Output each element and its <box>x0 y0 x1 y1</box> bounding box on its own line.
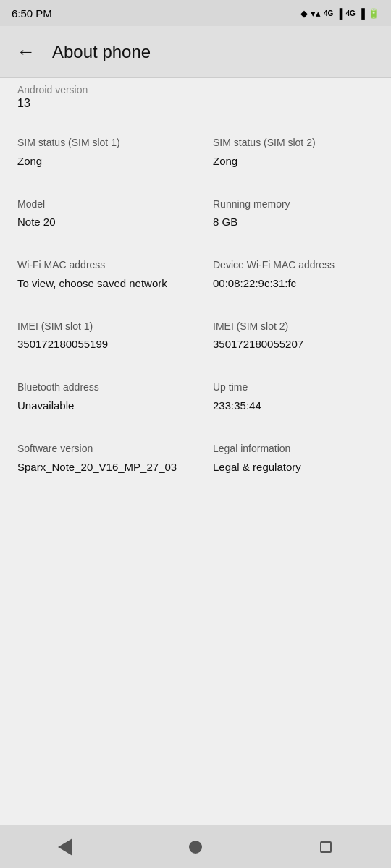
info-cell-11[interactable]: Legal informationLegal & regulatory <box>196 425 391 486</box>
info-label-8: Bluetooth address <box>17 380 178 395</box>
info-label-9: Up time <box>213 380 374 395</box>
info-grid: SIM status (SIM slot 1)ZongSIM status (S… <box>0 119 391 486</box>
info-cell-9[interactable]: Up time233:35:44 <box>196 363 391 425</box>
wifi-icon: ▾▴ <box>311 8 321 19</box>
signal-icon: ◆ <box>300 8 308 19</box>
info-cell-4[interactable]: Wi-Fi MAC addressTo view, choose saved n… <box>0 241 196 302</box>
nav-back-icon <box>58 838 72 856</box>
info-value-8: Unavailable <box>17 398 178 413</box>
info-value-5: 00:08:22:9c:31:fc <box>213 276 374 291</box>
info-label-3: Running memory <box>213 197 374 212</box>
android-version-value: 13 <box>17 95 374 116</box>
info-label-10: Software version <box>17 442 178 456</box>
info-cell-7[interactable]: IMEI (SIM slot 2)350172180055207 <box>196 302 391 364</box>
info-label-4: Wi-Fi MAC address <box>17 258 178 273</box>
info-value-1: Zong <box>213 153 374 169</box>
info-value-9: 233:35:44 <box>213 398 374 413</box>
info-value-0: Zong <box>17 153 178 169</box>
status-icons: ◆ ▾▴ 4G ▐ 4G ▐ 🔋 <box>300 8 379 19</box>
status-bar: 6:50 PM ◆ ▾▴ 4G ▐ 4G ▐ 🔋 <box>0 0 391 26</box>
info-cell-1[interactable]: SIM status (SIM slot 2)Zong <box>196 119 391 180</box>
status-time: 6:50 PM <box>12 7 52 20</box>
app-bar: ← About phone <box>0 26 391 78</box>
bottom-navigation <box>0 825 391 868</box>
info-label-5: Device Wi-Fi MAC address <box>213 258 374 273</box>
info-label-2: Model <box>17 197 178 212</box>
back-button[interactable]: ← <box>12 38 41 67</box>
info-label-6: IMEI (SIM slot 1) <box>17 320 178 334</box>
info-value-2: Note 20 <box>17 214 178 229</box>
nav-home-button[interactable] <box>174 833 217 861</box>
info-cell-3[interactable]: Running memory8 GB <box>196 180 391 242</box>
4g-icon1: 4G <box>324 9 333 17</box>
info-cell-10[interactable]: Software versionSparx_Note_20_V16_MP_27_… <box>0 425 196 486</box>
info-label-0: SIM status (SIM slot 1) <box>17 136 178 150</box>
android-version-item: Android version 13 <box>0 78 391 119</box>
info-label-7: IMEI (SIM slot 2) <box>213 320 374 334</box>
info-cell-8[interactable]: Bluetooth addressUnavailable <box>0 363 196 425</box>
info-cell-5[interactable]: Device Wi-Fi MAC address00:08:22:9c:31:f… <box>196 241 391 302</box>
4g-icon2: 4G <box>345 9 355 17</box>
info-value-11: Legal & regulatory <box>213 459 374 475</box>
page-title: About phone <box>52 42 151 62</box>
nav-back-button[interactable] <box>43 833 87 861</box>
info-cell-0[interactable]: SIM status (SIM slot 1)Zong <box>0 119 196 180</box>
info-value-10: Sparx_Note_20_V16_MP_27_03 <box>17 459 178 475</box>
back-arrow-icon: ← <box>17 41 35 63</box>
battery-icon: 🔋 <box>368 8 379 19</box>
nav-recent-button[interactable] <box>304 833 348 861</box>
info-value-4: To view, choose saved network <box>17 276 178 291</box>
info-value-6: 350172180055199 <box>17 336 178 352</box>
info-value-3: 8 GB <box>213 214 374 229</box>
info-label-11: Legal information <box>213 442 374 456</box>
signal-strength-icon: ▐ <box>336 8 342 19</box>
info-value-7: 350172180055207 <box>213 336 374 352</box>
info-cell-6[interactable]: IMEI (SIM slot 1)350172180055199 <box>0 302 196 364</box>
info-label-1: SIM status (SIM slot 2) <box>213 136 374 150</box>
nav-recent-icon <box>320 841 332 853</box>
nav-home-icon <box>189 841 202 854</box>
signal-strength2-icon: ▐ <box>358 8 365 19</box>
content-area: Android version 13 SIM status (SIM slot … <box>0 78 391 825</box>
android-version-label: Android version <box>17 84 374 95</box>
info-cell-2[interactable]: ModelNote 20 <box>0 180 196 242</box>
